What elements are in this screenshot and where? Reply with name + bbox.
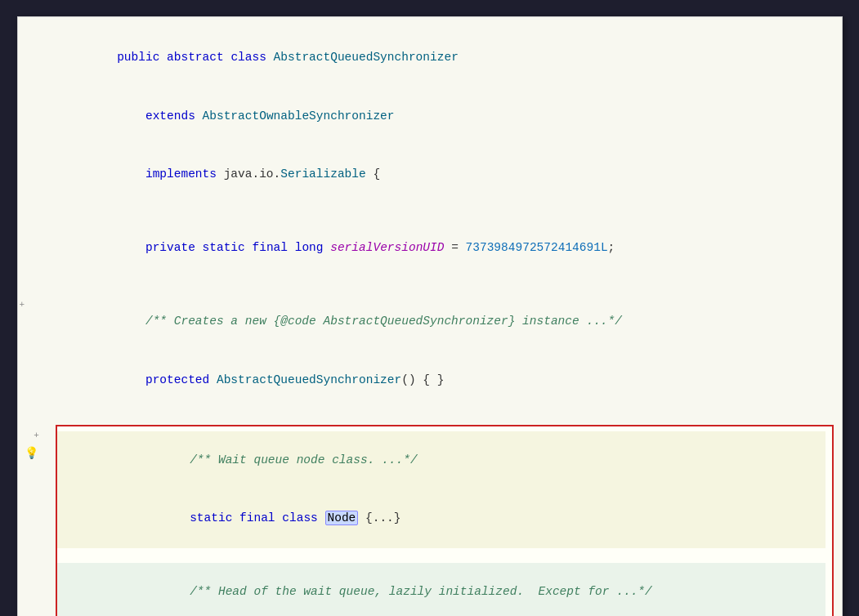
line-content-constructor: protected AbstractQueuedSynchronizer() {… <box>56 351 842 410</box>
line-content-1: public abstract class AbstractQueuedSync… <box>56 29 842 87</box>
box1-line-1: /** Wait queue node class. ...*/ <box>57 431 825 490</box>
box1-content-2: static final class Node {...} <box>57 489 825 548</box>
line-content-comment1: /** Creates a new {@code AbstractQueuedS… <box>56 292 842 351</box>
line-content-serial: private static final long serialVersionU… <box>56 219 842 278</box>
code-line-comment1: + /** Creates a new {@code AbstractQueue… <box>18 292 842 351</box>
empty-line-2 <box>18 278 842 292</box>
box1-line-2: static final class Node {...} <box>57 489 825 548</box>
line-content-2: extends AbstractOwnableSynchronizer <box>56 87 842 146</box>
code-line-2: extends AbstractOwnableSynchronizer <box>18 87 842 146</box>
box1-content-3: /** Head of the wait queue, lazily initi… <box>57 563 825 616</box>
code-line-1: public abstract class AbstractQueuedSync… <box>18 29 842 87</box>
line-content-3: implements java.io.Serializable { <box>56 146 842 205</box>
box1-content-1: /** Wait queue node class. ...*/ <box>57 431 825 490</box>
box1-line-3: /** Head of the wait queue, lazily initi… <box>57 563 825 616</box>
bulb-icon[interactable]: 💡 <box>25 444 38 463</box>
red-box-1: /** Wait queue node class. ...*/ static … <box>56 425 834 616</box>
empty-line-1 <box>18 204 842 219</box>
code-screenshot: public abstract class AbstractQueuedSync… <box>17 16 843 616</box>
box1-empty-1 <box>57 548 825 563</box>
code-line-serial: private static final long serialVersionU… <box>18 219 842 278</box>
empty-line-3 <box>18 410 842 425</box>
code-line-constructor: protected AbstractQueuedSynchronizer() {… <box>18 351 842 410</box>
code-area: public abstract class AbstractQueuedSync… <box>18 17 842 616</box>
code-line-3: implements java.io.Serializable { <box>18 146 842 205</box>
expand-icon-1[interactable]: + <box>20 297 25 312</box>
expand-icon-box1-1[interactable]: + <box>34 428 39 443</box>
